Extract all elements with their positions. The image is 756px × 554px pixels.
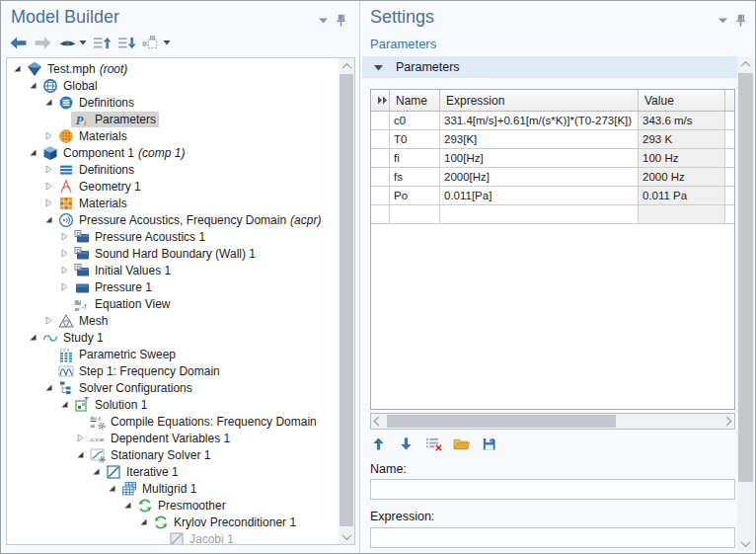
param-name-cell[interactable]: Po — [390, 187, 440, 204]
tree-item-step-1-frequency-domain[interactable]: Step 1: Frequency Domain — [7, 362, 339, 379]
tree-item-sound-hard-boundary-wall-1[interactable]: DSound Hard Boundary (Wall) 1 — [7, 245, 339, 262]
column-header-value[interactable]: Value — [639, 90, 725, 111]
forward-button[interactable] — [32, 33, 54, 52]
tree-item-multigrid-1[interactable]: Multigrid 1 — [7, 480, 339, 497]
table-horizontal-scrollbar[interactable] — [370, 413, 735, 430]
expand-arrow-icon[interactable] — [58, 264, 71, 277]
scroll-up-button[interactable] — [737, 56, 754, 72]
tree-item-component-1[interactable]: Component 1(comp 1) — [7, 144, 339, 161]
tree-item-solver-configurations[interactable]: Solver Configurations — [7, 379, 339, 396]
tree-item-iterative-1[interactable]: Iterative 1 — [7, 463, 339, 480]
scroll-down-button[interactable] — [339, 528, 354, 544]
tree-item-initial-values-1[interactable]: DInitial Values 1 — [7, 262, 339, 278]
collapse-arrow-icon[interactable] — [42, 96, 55, 109]
dropdown-caret-icon[interactable] — [163, 40, 171, 45]
collapse-arrow-icon[interactable] — [27, 79, 39, 92]
row-handle-cell[interactable] — [371, 187, 390, 204]
load-from-file-button[interactable] — [451, 435, 472, 455]
scroll-right-button[interactable] — [719, 414, 734, 429]
column-header-marker[interactable] — [371, 90, 390, 111]
tree-item-study-1[interactable]: Study 1 — [7, 329, 339, 346]
collapse-all-button[interactable] — [91, 33, 113, 52]
tree-item-pressure-acoustics-frequency-domain[interactable]: Pressure Acoustics, Frequency Domain(acp… — [7, 211, 339, 228]
param-name-cell[interactable] — [390, 205, 440, 223]
scrollbar-thumb[interactable] — [340, 74, 353, 526]
tree-item-global[interactable]: Global — [7, 77, 339, 94]
param-expression-cell[interactable]: 331.4[m/s]+0.61[m/(s*K)]*(T0-273[K]) — [440, 112, 639, 129]
row-handle-cell[interactable] — [371, 168, 390, 186]
column-header-expression[interactable]: Expression — [440, 90, 639, 111]
pin-button[interactable] — [336, 14, 346, 27]
expand-arrow-icon[interactable] — [42, 197, 55, 209]
expand-all-button[interactable] — [115, 33, 138, 52]
expand-arrow-icon[interactable] — [58, 230, 71, 243]
back-button[interactable] — [7, 33, 30, 52]
tree-item-compile-equations-frequency-domain[interactable]: auat-fCompile Equations: Frequency Domai… — [7, 413, 339, 430]
tree-item-dependent-variables-1[interactable]: u,v,wDependent Variables 1 — [7, 430, 339, 446]
pin-button[interactable] — [735, 14, 746, 27]
tree-item-geometry-1[interactable]: Geometry 1 — [7, 178, 339, 195]
tree-item-jacobi-1[interactable]: Jacobi 1 — [7, 530, 339, 545]
expand-arrow-icon[interactable] — [42, 129, 55, 142]
go-to-node-button[interactable] — [140, 33, 173, 52]
tree-item-equation-view[interactable]: auat-fEquation View — [7, 295, 339, 312]
collapse-arrow-icon[interactable] — [137, 515, 150, 528]
param-expression-cell[interactable]: 293[K] — [440, 130, 639, 148]
tree-item-krylov-preconditioner-1[interactable]: Krylov Preconditioner 1 — [7, 514, 339, 530]
tree-item-parameters[interactable]: PiParameters — [7, 111, 339, 127]
param-expression-cell[interactable] — [440, 205, 639, 223]
parameters-section-header[interactable]: Parameters — [362, 56, 737, 78]
name-input[interactable] — [370, 479, 735, 500]
expand-arrow-icon[interactable] — [58, 280, 71, 293]
scrollbar-thumb[interactable] — [387, 415, 616, 428]
scroll-down-button[interactable] — [737, 535, 754, 551]
scroll-left-button[interactable] — [371, 414, 386, 429]
tree-item-mesh[interactable]: Mesh — [7, 312, 339, 329]
collapse-arrow-icon[interactable] — [42, 213, 55, 226]
panel-menu-button[interactable] — [319, 17, 328, 24]
panel-divider[interactable] — [359, 1, 360, 554]
param-row-empty[interactable] — [371, 205, 734, 224]
tree-item-presmoother[interactable]: Presmoother — [7, 497, 339, 514]
collapse-arrow-icon[interactable] — [90, 465, 103, 478]
tree-item-definitions[interactable]: Definitions — [7, 161, 339, 178]
expand-arrow-icon[interactable] — [42, 163, 55, 176]
tree-item-definitions[interactable]: Definitions — [7, 94, 339, 111]
tree-item-materials[interactable]: Materials — [7, 195, 339, 211]
param-expression-cell[interactable]: 0.011[Pa] — [440, 187, 639, 204]
scrollbar-thumb[interactable] — [738, 73, 753, 482]
collapse-arrow-icon[interactable] — [121, 499, 134, 512]
param-name-cell[interactable]: T0 — [390, 130, 440, 148]
tree-item-stationary-solver-1[interactable]: Stationary Solver 1 — [7, 446, 339, 463]
show-hide-button[interactable] — [56, 33, 89, 52]
tree-item-test-mph[interactable]: Test.mph(root) — [7, 60, 339, 77]
expand-arrow-icon[interactable] — [42, 180, 55, 193]
settings-vertical-scrollbar[interactable] — [737, 56, 754, 551]
collapse-arrow-icon[interactable] — [74, 448, 87, 461]
collapse-arrow-icon[interactable] — [11, 62, 24, 75]
scroll-up-button[interactable] — [339, 58, 354, 74]
collapse-arrow-icon[interactable] — [58, 398, 71, 411]
tree-item-parametric-sweep[interactable]: 1 2 3Parametric Sweep — [7, 346, 339, 362]
row-handle-cell[interactable] — [371, 112, 390, 129]
param-expression-cell[interactable]: 2000[Hz] — [440, 168, 639, 186]
row-handle-cell[interactable] — [371, 149, 390, 167]
collapse-arrow-icon[interactable] — [42, 381, 55, 394]
param-name-cell[interactable]: fi — [390, 149, 440, 167]
dropdown-caret-icon[interactable] — [79, 40, 87, 45]
expand-arrow-icon[interactable] — [58, 247, 71, 260]
row-handle-cell[interactable] — [371, 130, 390, 148]
param-name-cell[interactable]: fs — [390, 168, 440, 186]
move-down-button[interactable] — [396, 435, 416, 455]
move-up-button[interactable] — [368, 435, 389, 455]
row-handle-cell[interactable] — [371, 205, 390, 223]
collapse-arrow-icon[interactable] — [27, 146, 39, 159]
tree-item-pressure-acoustics-1[interactable]: DPressure Acoustics 1 — [7, 228, 339, 245]
collapse-arrow-icon[interactable] — [27, 331, 39, 344]
expand-arrow-icon[interactable] — [42, 314, 55, 327]
expand-arrow-icon[interactable] — [74, 432, 87, 444]
save-to-file-button[interactable] — [479, 435, 499, 455]
collapse-arrow-icon[interactable] — [106, 482, 118, 495]
tree-vertical-scrollbar[interactable] — [339, 58, 354, 544]
param-name-cell[interactable]: c0 — [390, 112, 440, 129]
